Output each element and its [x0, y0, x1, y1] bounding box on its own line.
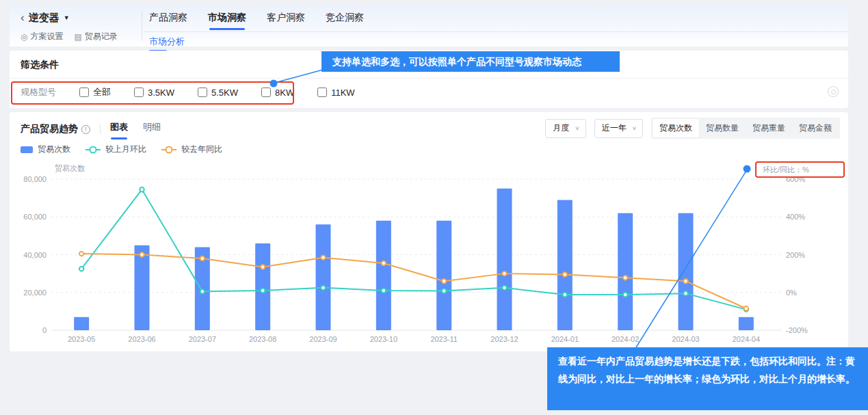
trend-chart: 020,00040,00060,00080,000-200%0%200%400%…: [14, 163, 841, 347]
legend-item-贸易次数[interactable]: 贸易次数: [21, 144, 70, 155]
marker-较去年同比-2024-02[interactable]: [623, 276, 627, 280]
line-较上月环比: [81, 189, 746, 309]
metric-button-贸易数量[interactable]: 贸易数量: [699, 119, 746, 137]
right-axis-tick: 0%: [786, 289, 797, 297]
tab-产品洞察[interactable]: 产品洞察: [149, 12, 187, 30]
back-icon[interactable]: ‹: [21, 11, 25, 25]
bar-2023-06[interactable]: [135, 245, 150, 330]
checkbox-5.5KW[interactable]: [198, 88, 207, 97]
main-tabs: 产品洞察市场洞察客户洞察竞企洞察: [149, 12, 364, 30]
x-axis-label-2023-10: 2023-10: [370, 335, 397, 343]
checkbox-3.5KW[interactable]: [134, 88, 144, 97]
marker-较去年同比-2023-11[interactable]: [442, 279, 446, 283]
chart-annotation-tooltip: 查看近一年内产品贸易趋势是增长还是下跌，包括环比和同比。注：黄线为同比，对比上一…: [547, 347, 868, 410]
marker-较去年同比-2023-10[interactable]: [382, 261, 386, 265]
range-select[interactable]: 近一年 ∨: [594, 119, 643, 138]
view-tab-图表[interactable]: 图表: [110, 121, 128, 137]
x-axis-label-2024-02: 2024-02: [611, 335, 639, 343]
chevron-down-icon[interactable]: ▼: [64, 14, 70, 21]
marker-较去年同比-2023-05[interactable]: [79, 252, 83, 256]
marker-较上月环比-2023-09[interactable]: [321, 286, 325, 290]
legend-bar-swatch: [21, 146, 33, 153]
checkbox-11KW[interactable]: [317, 88, 327, 97]
bar-2024-03[interactable]: [679, 213, 694, 330]
metric-button-贸易次数[interactable]: 贸易次数: [653, 119, 699, 137]
bar-2023-11[interactable]: [436, 221, 451, 330]
subtab-market-analysis[interactable]: 市场分析: [149, 36, 185, 48]
marker-较上月环比-2024-03[interactable]: [683, 291, 687, 295]
spec-option-11KW[interactable]: 11KW: [317, 88, 354, 98]
spec-option-8KW[interactable]: 8KW: [261, 88, 294, 98]
bar-2023-10[interactable]: [376, 221, 391, 330]
marker-较去年同比-2023-12[interactable]: [502, 271, 506, 276]
spec-option-label: 全部: [93, 86, 111, 98]
x-axis-label-2024-04: 2024-04: [733, 335, 760, 343]
legend-item-较上月环比[interactable]: 较上月环比: [86, 144, 146, 155]
bar-2024-04[interactable]: [739, 317, 754, 330]
marker-较上月环比-2023-06[interactable]: [140, 187, 144, 191]
checkbox-8KW[interactable]: [261, 88, 271, 97]
spec-option-3.5KW[interactable]: 3.5KW: [134, 88, 174, 98]
marker-较上月环比-2023-11[interactable]: [442, 289, 446, 293]
left-axis-tick: 60,000: [23, 213, 47, 221]
marker-较去年同比-2024-03[interactable]: [683, 279, 687, 283]
marker-较去年同比-2023-07[interactable]: [200, 256, 205, 260]
legend-label: 贸易次数: [38, 144, 70, 155]
marker-较上月环比-2023-12[interactable]: [502, 286, 506, 290]
tab-竞企洞察[interactable]: 竞企洞察: [326, 12, 364, 30]
info-icon[interactable]: !: [81, 125, 90, 134]
x-axis-label-2023-12: 2023-12: [490, 335, 518, 343]
tab-市场洞察[interactable]: 市场洞察: [208, 12, 246, 30]
marker-较去年同比-2023-08[interactable]: [261, 265, 265, 269]
bar-2024-01[interactable]: [557, 200, 573, 330]
marker-较上月环比-2024-01[interactable]: [563, 293, 567, 297]
period-select[interactable]: 月度 ∨: [545, 119, 586, 138]
spec-option-label: 3.5KW: [148, 88, 174, 98]
page-header: ‹ 逆变器 ▼ ◎ 方案设置 ▤ 贸易记录 产品洞察市场洞察客户洞察竞企洞察 市…: [10, 5, 848, 46]
metric-button-贸易重量[interactable]: 贸易重量: [746, 119, 792, 137]
spec-option-label: 11KW: [331, 88, 354, 98]
filter-annotation-tooltip: 支持单选和多选，可以按照单个产品不同型号观察市场动态: [321, 51, 620, 72]
trend-title: 产品贸易趋势: [21, 123, 78, 135]
header-divider: [142, 11, 142, 41]
metric-button-group: 贸易次数贸易数量贸易重量贸易金额: [651, 118, 840, 139]
spec-option-5.5KW[interactable]: 5.5KW: [198, 88, 238, 98]
legend-item-较去年同比[interactable]: 较去年同比: [161, 144, 222, 155]
right-axis-tick: 600%: [786, 175, 805, 183]
marker-较上月环比-2024-02[interactable]: [623, 293, 627, 297]
scheme-settings-button[interactable]: ◎ 方案设置: [21, 31, 63, 42]
tabs-divider: [144, 31, 848, 32]
marker-较去年同比-2024-01[interactable]: [563, 272, 567, 276]
bar-2023-12[interactable]: [497, 189, 512, 330]
marker-较上月环比-2023-10[interactable]: [382, 289, 386, 293]
x-axis-label-2024-01: 2024-01: [551, 335, 579, 343]
x-axis-label-2023-07: 2023-07: [189, 335, 216, 343]
marker-较上月环比-2023-05[interactable]: [79, 267, 83, 271]
marker-较去年同比-2023-06[interactable]: [140, 252, 144, 256]
view-tab-明细[interactable]: 明细: [143, 121, 161, 137]
marker-较上月环比-2023-07[interactable]: [200, 289, 205, 293]
bar-2023-08[interactable]: [255, 243, 270, 330]
metric-button-贸易金额[interactable]: 贸易金额: [792, 119, 839, 137]
trend-card: 产品贸易趋势 ! 图表明细 月度 ∨ 近一年 ∨ 贸易次数贸易数量贸易重量贸易金…: [10, 112, 848, 351]
filter-section-title: 筛选条件: [21, 59, 59, 71]
marker-较去年同比-2023-09[interactable]: [321, 255, 325, 259]
left-axis-tick: 80,000: [23, 175, 47, 183]
filter-divider: [10, 78, 848, 79]
legend-line-swatch: [86, 149, 101, 150]
bar-2023-05[interactable]: [74, 317, 89, 330]
trend-title-divider: [100, 124, 101, 134]
tab-客户洞察[interactable]: 客户洞察: [267, 12, 305, 30]
document-icon: ▤: [74, 32, 81, 42]
bar-2024-02[interactable]: [618, 213, 633, 330]
page-title: 逆变器: [29, 12, 60, 25]
checkbox-全部[interactable]: [79, 88, 89, 97]
x-axis-label-2023-08: 2023-08: [249, 335, 276, 343]
spec-filter-row: 规格型号 全部3.5KW5.5KW8KW11KW: [21, 86, 378, 98]
bar-2023-09[interactable]: [316, 224, 331, 330]
trade-records-button[interactable]: ▤ 贸易记录: [74, 31, 117, 42]
marker-较去年同比-2024-04[interactable]: [744, 306, 748, 310]
filter-settings-icon[interactable]: [828, 86, 839, 97]
marker-较上月环比-2023-08[interactable]: [261, 289, 265, 293]
spec-option-全部[interactable]: 全部: [79, 86, 111, 98]
